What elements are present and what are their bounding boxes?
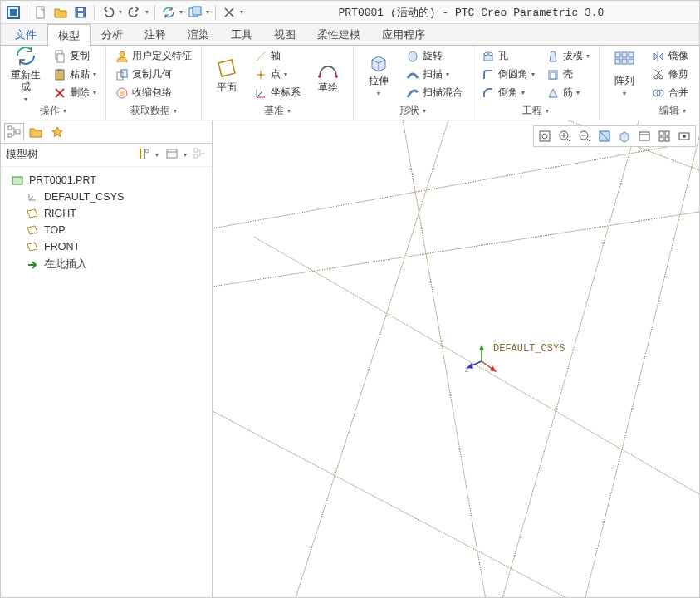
svg-point-47: [145, 150, 149, 153]
intersect-button[interactable]: 相交: [696, 84, 699, 101]
tree-item-right[interactable]: RIGHT: [4, 205, 208, 222]
app-menu-button[interactable]: [4, 3, 22, 22]
revolve-icon: [406, 50, 419, 63]
undo-dropdown[interactable]: ▾: [117, 8, 124, 16]
user-icon: [115, 50, 129, 63]
nav-tab-favorites[interactable]: [47, 123, 67, 141]
offset-button[interactable]: 偏移: [696, 66, 699, 83]
csys-button[interactable]: 坐标系: [250, 84, 305, 101]
merge-button[interactable]: 合并: [648, 84, 693, 101]
window-button[interactable]: [186, 3, 204, 22]
tree-tools-icon[interactable]: [137, 147, 150, 163]
tree-settings-icon[interactable]: [193, 147, 207, 163]
saved-views-button[interactable]: [634, 127, 654, 145]
svg-rect-82: [639, 132, 649, 140]
zoom-out-button[interactable]: [575, 127, 595, 145]
insert-arrow-icon: [26, 259, 39, 271]
chamfer-button[interactable]: 倒角▾: [477, 84, 539, 101]
tree-item-front[interactable]: FRONT: [4, 238, 208, 255]
svg-point-25: [335, 75, 338, 78]
tree-item-insert-here[interactable]: 在此插入: [4, 255, 208, 274]
point-icon: [254, 68, 267, 81]
svg-rect-1: [10, 9, 17, 16]
tab-tools[interactable]: 工具: [220, 23, 263, 45]
group-engineering: 孔 倒圆角▾ 倒角▾ 拔模▾ 壳 筋▾ 工程▾: [472, 46, 600, 120]
delete-button[interactable]: 删除▾: [49, 84, 100, 101]
round-button[interactable]: 倒圆角▾: [477, 66, 539, 83]
udf-button[interactable]: 用户定义特征: [111, 47, 196, 65]
hole-icon: [482, 50, 495, 63]
window-dropdown[interactable]: ▾: [204, 8, 211, 16]
paste-button[interactable]: 粘贴▾: [49, 66, 100, 83]
repaint-button[interactable]: [595, 127, 614, 145]
shrinkwrap-button[interactable]: 收缩包络: [111, 84, 196, 101]
tab-render[interactable]: 渲染: [177, 23, 220, 45]
sweepblend-button[interactable]: 扫描混合: [402, 84, 467, 101]
svg-line-55: [29, 196, 33, 200]
svg-rect-37: [629, 59, 634, 64]
svg-line-59: [213, 212, 699, 287]
save-button[interactable]: [71, 3, 90, 22]
svg-line-58: [213, 145, 676, 228]
pattern-button[interactable]: 阵列▾: [605, 47, 644, 102]
graphics-canvas[interactable]: z DEFAULT_CSYS: [213, 120, 699, 598]
axis-button[interactable]: 轴: [250, 47, 305, 65]
revolve-button[interactable]: 旋转: [402, 47, 467, 65]
tab-flex[interactable]: 柔性建模: [306, 23, 371, 45]
tab-view[interactable]: 视图: [263, 23, 306, 45]
undo-button[interactable]: [99, 3, 117, 22]
refit-button[interactable]: [535, 127, 555, 145]
tab-annotate[interactable]: 注释: [134, 23, 177, 45]
model-tree: PRT0001.PRT DEFAULT_CSYS RIGHT TOP FRONT…: [1, 167, 212, 279]
regenerate-button[interactable]: 重新生成▾: [6, 47, 46, 102]
svg-rect-35: [615, 59, 620, 64]
nav-tab-folder[interactable]: [26, 123, 46, 141]
tree-root[interactable]: PRT0001.PRT: [4, 172, 208, 189]
nav-tab-model-tree[interactable]: [4, 123, 24, 141]
regen-qat-dropdown[interactable]: ▾: [178, 8, 184, 16]
draft-button[interactable]: 拔模▾: [542, 47, 594, 65]
zoom-in-button[interactable]: [555, 127, 575, 145]
trim-button[interactable]: 修剪: [648, 66, 693, 83]
copy-button[interactable]: 复制: [49, 47, 100, 65]
new-button[interactable]: [32, 3, 50, 22]
display-style-button[interactable]: [614, 127, 634, 145]
svg-rect-42: [8, 126, 12, 130]
group-edit: 阵列▾ 镜像 修剪 合并 延伸 偏移 相交 编辑▾: [600, 46, 699, 120]
view-manager-button[interactable]: [654, 127, 674, 145]
datum-display-button[interactable]: [674, 127, 694, 145]
sweep-button[interactable]: 扫描▾: [402, 66, 467, 83]
point-button[interactable]: 点▾: [250, 66, 305, 83]
close-window-button[interactable]: [220, 3, 238, 22]
copygeom-button[interactable]: 复制几何: [111, 66, 196, 83]
tab-apps[interactable]: 应用程序: [371, 23, 436, 45]
ribbon-tabbar: 文件 模型 分析 注释 渲染 工具 视图 柔性建模 应用程序: [1, 24, 699, 46]
svg-rect-84: [659, 131, 663, 135]
tree-header: 模型树 ▾ ▾: [1, 144, 212, 167]
svg-point-12: [120, 51, 125, 56]
shell-button[interactable]: 壳: [542, 66, 594, 83]
redo-button[interactable]: [125, 3, 144, 22]
tree-show-icon[interactable]: [165, 147, 179, 163]
extrude-button[interactable]: 拉伸▾: [359, 47, 399, 102]
extend-button[interactable]: 延伸: [696, 47, 699, 65]
open-button[interactable]: [51, 3, 70, 22]
svg-point-73: [542, 134, 547, 139]
rib-button[interactable]: 筋▾: [542, 84, 594, 101]
qat-customize-dropdown[interactable]: ▾: [238, 8, 245, 16]
mirror-button[interactable]: 镜像: [648, 47, 693, 65]
sketch-button[interactable]: 草绘: [308, 47, 348, 102]
datum-planes-display: [213, 120, 699, 598]
plane-button[interactable]: 平面: [207, 47, 247, 102]
hole-button[interactable]: 孔: [477, 47, 539, 65]
tab-model[interactable]: 模型: [47, 24, 91, 46]
tree-item-csys[interactable]: DEFAULT_CSYS: [4, 189, 208, 205]
svg-rect-32: [615, 52, 620, 57]
redo-dropdown[interactable]: ▾: [144, 8, 150, 16]
regen-qat-button[interactable]: [159, 3, 178, 22]
tab-file[interactable]: 文件: [4, 23, 47, 45]
tree-item-top[interactable]: TOP: [4, 222, 208, 238]
merge-icon: [652, 86, 665, 100]
tree-title: 模型树: [6, 148, 38, 162]
tab-analysis[interactable]: 分析: [91, 23, 134, 45]
